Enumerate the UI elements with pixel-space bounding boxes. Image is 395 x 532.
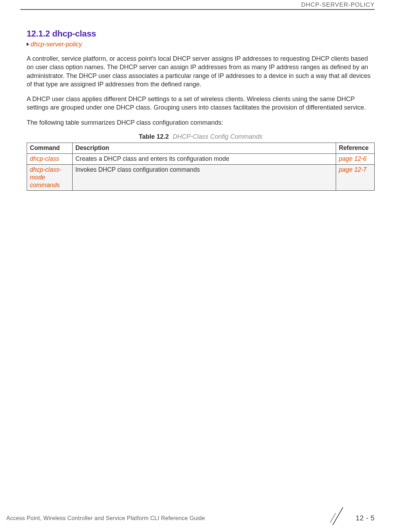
commands-table: Command Description Reference dhcp-class… <box>27 143 375 191</box>
command-link[interactable]: dhcp-class <box>27 153 73 164</box>
reference-link[interactable]: page 12-6 <box>336 153 375 164</box>
col-header-description: Description <box>73 143 336 154</box>
table-caption-text: DHCP-Class Config Commands <box>173 133 262 140</box>
table-caption-label: Table 12.2 <box>139 133 169 140</box>
command-description: Invokes DHCP class configuration command… <box>73 164 336 191</box>
page-footer: Access Point, Wireless Controller and Se… <box>6 510 375 524</box>
breadcrumb: dhcp-server-policy <box>27 41 375 48</box>
table-caption: Table 12.2 DHCP-Class Config Commands <box>27 133 375 140</box>
page-number: 12 - 5 <box>356 514 375 522</box>
page: DHCP-SERVER-POLICY 12.1.2 dhcp-class dhc… <box>0 0 395 532</box>
footer-slash-icon <box>329 507 347 525</box>
section-heading: 12.1.2 dhcp-class <box>27 29 375 39</box>
table-row: dhcp-class Creates a DHCP class and ente… <box>27 153 375 164</box>
command-description: Creates a DHCP class and enters its conf… <box>73 153 336 164</box>
footer-guide-title: Access Point, Wireless Controller and Se… <box>6 515 205 521</box>
caret-right-icon <box>27 42 29 46</box>
table-row: dhcp-class-mode commands Invokes DHCP cl… <box>27 164 375 191</box>
command-link[interactable]: dhcp-class-mode commands <box>27 164 73 191</box>
table-header-row: Command Description Reference <box>27 143 375 154</box>
reference-link[interactable]: page 12-7 <box>336 164 375 191</box>
section-number: 12.1.2 <box>27 29 50 38</box>
running-header: DHCP-SERVER-POLICY <box>301 1 375 8</box>
section-title-text: dhcp-class <box>52 29 96 38</box>
header-rule <box>20 9 375 10</box>
content-area: 12.1.2 dhcp-class dhcp-server-policy A c… <box>27 29 375 191</box>
paragraph: A controller, service platform, or acces… <box>27 54 375 88</box>
col-header-command: Command <box>27 143 73 154</box>
paragraph: The following table summarizes DHCP clas… <box>27 118 375 127</box>
col-header-reference: Reference <box>336 143 375 154</box>
breadcrumb-link[interactable]: dhcp-server-policy <box>31 41 82 48</box>
paragraph: A DHCP user class applies different DHCP… <box>27 95 375 112</box>
